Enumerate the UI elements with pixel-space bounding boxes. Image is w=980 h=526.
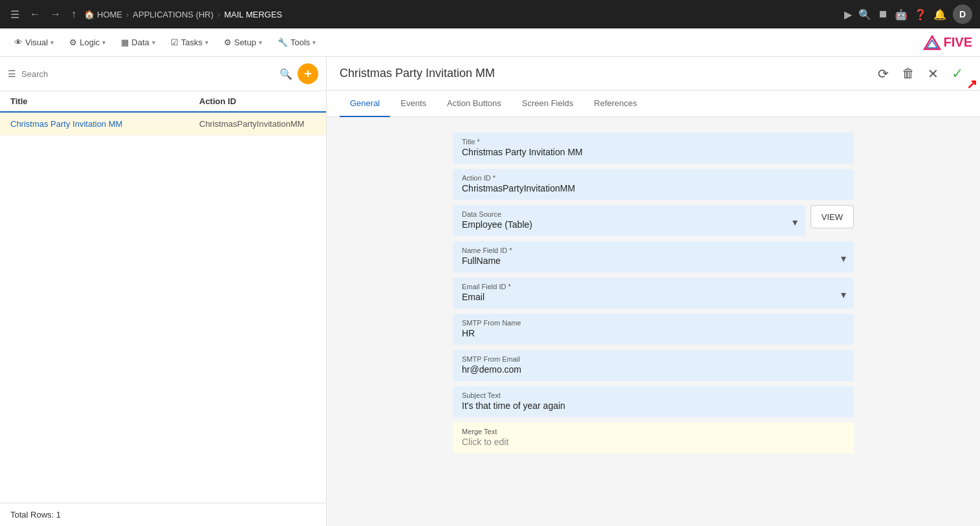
- forward-icon[interactable]: →: [48, 6, 63, 23]
- search-icon[interactable]: 🔍: [279, 68, 292, 80]
- nav-tasks[interactable]: ☑ Tasks ▾: [164, 34, 215, 51]
- content-header: Christmas Party Invitation MM ⟳ 🗑 ✕ ✓ ↗: [327, 57, 980, 91]
- stop-icon[interactable]: ⏹: [878, 8, 888, 20]
- nav-tools-label: Tools: [290, 38, 310, 47]
- smtp-from-name-field[interactable]: SMTP From Name HR: [453, 314, 854, 345]
- help-icon[interactable]: ❓: [914, 8, 927, 21]
- save-button[interactable]: ✓: [948, 63, 967, 85]
- breadcrumb-mail-merges[interactable]: MAIL MERGES: [224, 10, 282, 19]
- data-chevron: ▾: [152, 39, 155, 46]
- nav-visual[interactable]: 👁 Visual ▾: [8, 34, 60, 51]
- search-nav-icon[interactable]: 🔍: [858, 8, 871, 21]
- main-layout: ☰ 🔍 + Title Action ID Christmas Party In…: [0, 57, 980, 526]
- tasks-chevron: ▾: [205, 39, 208, 46]
- five-logo: FIVE: [923, 35, 972, 50]
- smtp-from-email-value: hr@demo.com: [462, 364, 845, 375]
- merge-text-label: Merge Text: [462, 428, 845, 435]
- action-id-field-group: Action ID * ChristmasPartyInvitationMM: [453, 169, 854, 200]
- smtp-from-name-value: HR: [462, 328, 845, 338]
- bell-icon[interactable]: 🔔: [933, 8, 946, 21]
- content-area: Christmas Party Invitation MM ⟳ 🗑 ✕ ✓ ↗ …: [327, 57, 980, 526]
- sidebar-search-bar: ☰ 🔍 +: [0, 57, 326, 91]
- smtp-from-email-label: SMTP From Email: [462, 355, 845, 363]
- back-icon[interactable]: ←: [27, 6, 43, 23]
- tab-general[interactable]: General: [340, 91, 390, 117]
- five-logo-icon: [923, 35, 941, 50]
- merge-text-field[interactable]: Merge Text Click to edit: [453, 422, 854, 454]
- nav-tasks-label: Tasks: [181, 38, 202, 47]
- data-source-value: Employee (Table): [462, 219, 779, 230]
- logic-chevron: ▾: [102, 39, 105, 46]
- tools-icon: 🔧: [278, 38, 288, 47]
- action-id-field[interactable]: Action ID * ChristmasPartyInvitationMM: [453, 169, 854, 200]
- title-field[interactable]: Title * Christmas Party Invitation MM: [453, 133, 854, 164]
- breadcrumb: 🏠 HOME › APPLICATIONS (HR) › MAIL MERGES: [84, 10, 839, 19]
- view-button[interactable]: VIEW: [811, 205, 854, 228]
- smtp-from-email-field[interactable]: SMTP From Email hr@demo.com: [453, 350, 854, 381]
- name-field-id-group: Name Field ID * FullName ▾: [453, 241, 854, 272]
- setup-icon: ⚙: [224, 38, 232, 47]
- sidebar: ☰ 🔍 + Title Action ID Christmas Party In…: [0, 57, 327, 526]
- data-source-dropdown-icon: ▾: [792, 216, 798, 228]
- visual-chevron: ▾: [50, 39, 54, 46]
- add-button[interactable]: +: [298, 63, 318, 84]
- form-area: Title * Christmas Party Invitation MM Ac…: [327, 117, 980, 526]
- breadcrumb-applications[interactable]: APPLICATIONS (HR): [133, 10, 213, 19]
- tab-screen-fields[interactable]: Screen Fields: [512, 91, 583, 117]
- up-icon[interactable]: ↑: [69, 6, 79, 23]
- total-rows-label: Total Rows: 1: [10, 510, 61, 520]
- nav-tools[interactable]: 🔧 Tools ▾: [271, 34, 322, 51]
- name-field-id-field[interactable]: Name Field ID * FullName ▾: [453, 241, 854, 272]
- tab-references[interactable]: References: [583, 91, 647, 117]
- email-field-id-field[interactable]: Email Field ID * Email ▾: [453, 278, 854, 309]
- email-field-dropdown-icon: ▾: [841, 289, 846, 301]
- name-field-dropdown-icon: ▾: [841, 252, 846, 265]
- email-field-id-group: Email Field ID * Email ▾: [453, 278, 854, 309]
- top-nav-right: ▶ 🔍 ⏹ 🤖 ❓ 🔔 D: [844, 5, 972, 24]
- sidebar-table-header: Title Action ID: [0, 91, 326, 113]
- nav-logic-label: Logic: [80, 38, 100, 47]
- subject-text-label: Subject Text: [462, 391, 845, 399]
- red-arrow-indicator: ↗: [966, 76, 977, 92]
- data-icon: ▦: [121, 38, 129, 47]
- tasks-icon: ☑: [171, 38, 179, 47]
- nav-data-label: Data: [131, 38, 149, 47]
- five-logo-text: FIVE: [944, 35, 972, 50]
- nav-logic[interactable]: ⚙ Logic ▾: [63, 34, 112, 51]
- nav-setup[interactable]: ⚙ Setup ▾: [217, 34, 268, 51]
- tab-events[interactable]: Events: [390, 91, 437, 117]
- action-id-value: ChristmasPartyInvitationMM: [462, 183, 845, 193]
- title-field-group: Title * Christmas Party Invitation MM: [453, 133, 854, 164]
- avatar[interactable]: D: [953, 5, 972, 24]
- delete-button[interactable]: 🗑: [898, 63, 919, 83]
- email-field-id-value: Email: [462, 292, 828, 302]
- robot-icon[interactable]: 🤖: [895, 8, 908, 21]
- home-breadcrumb[interactable]: 🏠 HOME: [84, 10, 122, 19]
- search-input[interactable]: [21, 69, 274, 79]
- header-title: Title: [10, 96, 199, 106]
- name-field-id-label: Name Field ID *: [462, 247, 828, 254]
- menu-icon[interactable]: ☰: [8, 6, 22, 23]
- data-source-field[interactable]: Data Source Employee (Table) ▾: [453, 205, 805, 236]
- header-actions: ⟳ 🗑 ✕ ✓: [874, 63, 967, 85]
- history-button[interactable]: ⟳: [874, 63, 893, 84]
- name-field-id-value: FullName: [462, 256, 828, 266]
- tab-action-buttons[interactable]: Action Buttons: [437, 91, 512, 117]
- merge-text-value: Click to edit: [462, 437, 845, 447]
- play-icon[interactable]: ▶: [844, 8, 852, 21]
- row-title: Christmas Party Invitation MM: [10, 119, 199, 129]
- smtp-from-email-group: SMTP From Email hr@demo.com: [453, 350, 854, 381]
- tools-chevron: ▾: [312, 39, 316, 46]
- sidebar-row[interactable]: Christmas Party Invitation MM ChristmasP…: [0, 113, 326, 136]
- close-button[interactable]: ✕: [924, 63, 942, 84]
- svg-marker-0: [924, 36, 940, 49]
- breadcrumb-sep-2: ›: [217, 10, 220, 19]
- nav-data[interactable]: ▦ Data ▾: [114, 34, 161, 51]
- breadcrumb-sep-1: ›: [126, 10, 129, 19]
- top-nav: ☰ ← → ↑ 🏠 HOME › APPLICATIONS (HR) › MAI…: [0, 0, 980, 28]
- content-title: Christmas Party Invitation MM: [340, 67, 874, 80]
- row-action-id: ChristmasPartyInvitationMM: [199, 119, 316, 129]
- data-source-row: Data Source Employee (Table) ▾ VIEW: [453, 205, 854, 236]
- subject-text-group: Subject Text It's that time of year agai…: [453, 386, 854, 417]
- subject-text-field[interactable]: Subject Text It's that time of year agai…: [453, 386, 854, 417]
